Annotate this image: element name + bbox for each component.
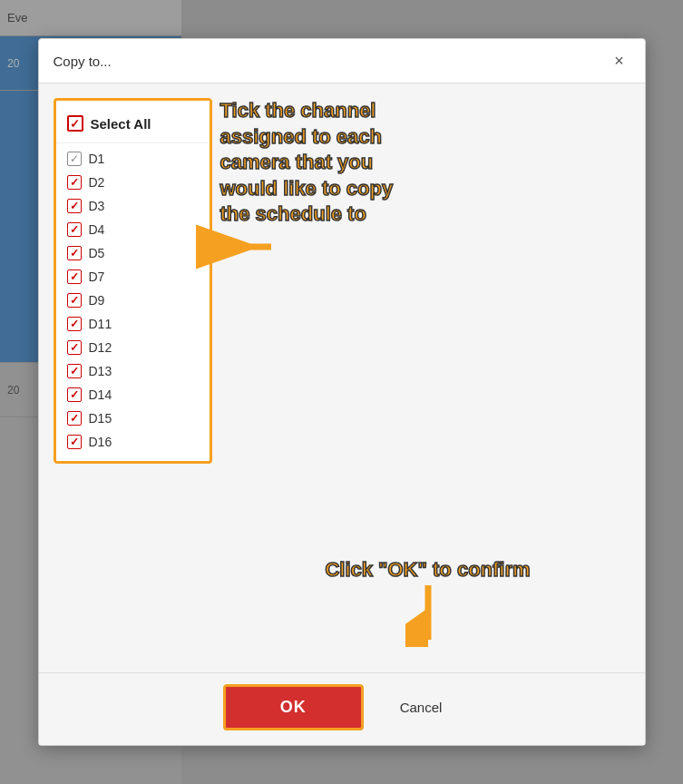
close-button[interactable]: × (609, 50, 630, 72)
ok-button[interactable]: OK (223, 684, 364, 730)
channel-row-d13[interactable]: D13 (56, 359, 210, 383)
channel-label-d4: D4 (89, 222, 105, 237)
channel-label-d7: D7 (89, 270, 105, 284)
annotation-bottom-area: Click "OK" to confirm (220, 539, 636, 654)
channel-row-d9[interactable]: D9 (56, 289, 210, 312)
annotation-top: Tick the channelassigned to eachcamera t… (220, 98, 636, 228)
channel-row-d15[interactable]: D15 (56, 407, 210, 430)
channel-label-d16: D16 (89, 435, 112, 449)
channel-checkbox-d11[interactable] (67, 317, 82, 331)
channel-row-d11[interactable]: D11 (56, 312, 210, 336)
channel-label-d14: D14 (89, 387, 112, 402)
channel-checkbox-d13[interactable] (67, 364, 82, 378)
channel-checkbox-d5[interactable] (67, 246, 82, 260)
channel-checkbox-d14[interactable] (67, 387, 82, 402)
channel-label-d9: D9 (89, 293, 105, 308)
cancel-button[interactable]: Cancel (382, 689, 461, 726)
channel-row-d2[interactable]: D2 (56, 171, 210, 194)
channel-row-d3[interactable]: D3 (56, 194, 210, 218)
channel-label-d2: D2 (89, 175, 105, 190)
channel-panel: Select All D1D2D3D4D5D7D9D11D12D13D14D15… (54, 98, 212, 464)
dialog-titlebar: Copy to... × (39, 39, 645, 83)
channel-checkbox-d4[interactable] (67, 222, 82, 237)
channel-label-d12: D12 (89, 340, 112, 355)
channel-row-d12[interactable]: D12 (56, 336, 210, 359)
channel-row-d4[interactable]: D4 (56, 218, 210, 241)
channel-row-d14[interactable]: D14 (56, 383, 210, 407)
channel-label-d13: D13 (89, 364, 112, 378)
channel-checkbox-d12[interactable] (67, 340, 82, 355)
left-arrow-icon (191, 224, 273, 270)
channel-label-d15: D15 (89, 411, 112, 426)
down-arrow-icon (405, 583, 451, 647)
channel-label-d11: D11 (89, 317, 112, 331)
channel-label-d3: D3 (89, 199, 105, 213)
select-all-checkbox[interactable] (67, 115, 83, 132)
channel-row-d16[interactable]: D16 (56, 430, 210, 454)
annotation-top-text: Tick the channelassigned to eachcamera t… (220, 98, 636, 228)
channel-row-d7[interactable]: D7 (56, 265, 210, 289)
channel-label-d1: D1 (89, 152, 105, 166)
channel-label-d5: D5 (89, 246, 105, 260)
dialog-footer: OK Cancel (39, 672, 645, 745)
channel-row-d5[interactable]: D5 (56, 241, 210, 265)
dialog-body: Select All D1D2D3D4D5D7D9D11D12D13D14D15… (39, 83, 645, 672)
channel-checkbox-d16[interactable] (67, 435, 82, 449)
copy-to-dialog: Copy to... × Select All D1D2D3D4D5D7D9D1… (38, 38, 646, 746)
channel-checkbox-d1[interactable] (67, 152, 82, 166)
channel-list: D1D2D3D4D5D7D9D11D12D13D14D15D16 (56, 147, 210, 454)
channel-checkbox-d3[interactable] (67, 199, 82, 213)
annotation-bottom-text: Click "OK" to confirm (220, 557, 636, 583)
modal-overlay: Copy to... × Select All D1D2D3D4D5D7D9D1… (0, 0, 683, 784)
channel-row-d1[interactable]: D1 (56, 147, 210, 171)
select-all-row[interactable]: Select All (56, 108, 210, 143)
channel-checkbox-d2[interactable] (67, 175, 82, 190)
channel-checkbox-d9[interactable] (67, 293, 82, 308)
channel-checkbox-d7[interactable] (67, 270, 82, 284)
select-all-label: Select All (91, 116, 151, 132)
channel-checkbox-d15[interactable] (67, 411, 82, 426)
dialog-title: Copy to... (54, 54, 112, 69)
